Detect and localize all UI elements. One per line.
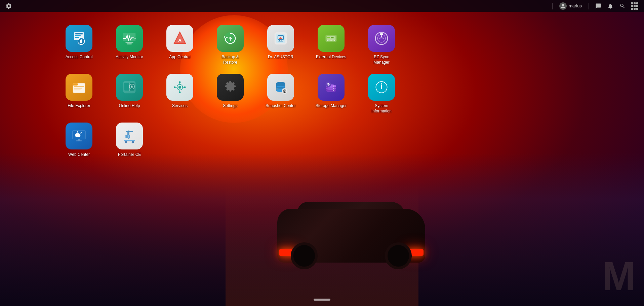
app-icon-backup-restore[interactable]: Backup & Restore [212,22,249,68]
app-icon-dr-asustor[interactable]: + Dr. ASUSTOR [262,22,299,68]
app-icon-app-central[interactable]: A App Central [161,22,198,68]
svg-rect-89 [126,131,133,132]
svg-point-70 [333,90,334,91]
svg-rect-91 [125,135,130,138]
taskbar-divider [552,3,553,9]
notifications-button[interactable] [605,1,616,11]
backup-restore-label: Backup & Restore [214,55,246,65]
svg-rect-1 [75,33,83,34]
app-icon-storage-manager[interactable]: Storage Manager [313,71,350,116]
ez-sync-icon [368,25,395,52]
app-icon-system-information[interactable]: i System Information [363,71,400,116]
app-icon-online-help[interactable]: N Online Help [111,71,148,116]
portainer-ce-label: Portainer CE [118,152,141,158]
access-control-label: Access Control [66,55,93,60]
app-icon-activity-monitor[interactable]: Activity Monitor [111,22,148,68]
svg-point-30 [380,33,383,35]
access-control-icon [66,25,92,52]
web-center-icon [66,123,92,149]
taskbar-gear-icon[interactable] [4,1,13,11]
user-avatar [559,2,567,10]
svg-rect-2 [75,35,81,36]
svg-rect-62 [283,90,286,91]
app-icon-file-explorer[interactable]: File Explorer [61,71,97,116]
snapshot-center-label: Snapshot Center [266,103,296,109]
file-explorer-icon [66,74,92,101]
portainer-icon [116,123,143,149]
app-icon-services[interactable]: Services [161,71,198,116]
grid-dot [636,8,638,10]
storage-manager-label: Storage Manager [316,103,347,109]
settings-icon [217,74,244,101]
app-icon-web-center[interactable]: Web Center [61,120,97,160]
dr-asustor-icon: + [267,25,294,52]
online-help-label: Online Help [119,103,140,109]
app-icon-settings[interactable]: Settings [212,71,249,116]
svg-rect-37 [124,83,129,91]
taskbar: marius [0,0,644,12]
backup-restore-icon [217,25,244,52]
svg-rect-81 [76,136,80,137]
taskbar-user[interactable]: marius [557,2,585,10]
app-icon-snapshot-center[interactable]: Snapshot Center [262,71,299,116]
messages-button[interactable] [593,1,604,11]
svg-rect-35 [74,90,81,91]
activity-monitor-icon [116,25,143,52]
grid-dot [634,2,636,4]
svg-point-45 [178,86,181,89]
app-icon-portainer-ce[interactable]: Portainer CE [111,120,148,160]
dr-asustor-label: Dr. ASUSTOR [268,55,293,60]
svg-rect-33 [74,86,84,87]
app-icon-external-devices[interactable]: External Devices [313,22,350,68]
grid-dot [631,5,633,7]
taskbar-right: marius [550,1,644,11]
svg-rect-9 [127,43,131,44]
svg-rect-8 [125,42,133,43]
ez-sync-label: EZ Sync Manager [366,55,397,65]
file-explorer-label: File Explorer [68,103,90,109]
svg-point-96 [132,141,134,143]
grid-menu-button[interactable] [629,1,640,11]
svg-text:A: A [178,38,182,43]
grid-dot [634,5,636,7]
services-icon [166,74,193,101]
username-label: marius [569,3,582,8]
system-information-label: System Information [366,103,397,114]
svg-point-50 [179,81,181,83]
svg-text:N: N [131,86,133,88]
svg-rect-23 [327,37,330,38]
svg-rect-3 [75,37,79,38]
svg-rect-5 [80,40,82,43]
external-devices-icon [318,25,345,52]
external-devices-label: External Devices [316,55,346,60]
taskbar-left [0,1,13,11]
search-button[interactable] [617,1,628,11]
desktop: Access Control Activity Monitor [0,12,644,306]
grid-dots [631,2,638,10]
app-central-icon: A [166,25,193,52]
app-icon-access-control[interactable]: Access Control [61,22,97,68]
svg-point-95 [125,141,127,143]
system-info-icon: i [368,74,395,101]
svg-rect-87 [76,141,82,142]
svg-point-25 [327,40,328,41]
grid-dot [631,2,633,4]
grid-dot [636,5,638,7]
app-central-label: App Central [169,55,190,60]
svg-rect-34 [74,88,82,89]
settings-label: Settings [223,103,237,109]
svg-rect-94 [124,140,135,141]
svg-point-27 [334,40,335,41]
activity-monitor-label: Activity Monitor [116,55,143,60]
page-indicator[interactable] [314,299,330,301]
storage-manager-icon [318,74,345,101]
svg-point-52 [174,87,176,88]
svg-rect-86 [78,139,80,141]
svg-rect-24 [331,37,333,38]
svg-point-51 [179,92,181,93]
svg-point-26 [330,40,331,41]
svg-rect-32 [73,83,78,86]
icons-grid: Access Control Activity Monitor [61,22,583,160]
app-icon-ez-sync-manager[interactable]: EZ Sync Manager [363,22,400,68]
grid-dot [631,8,633,10]
